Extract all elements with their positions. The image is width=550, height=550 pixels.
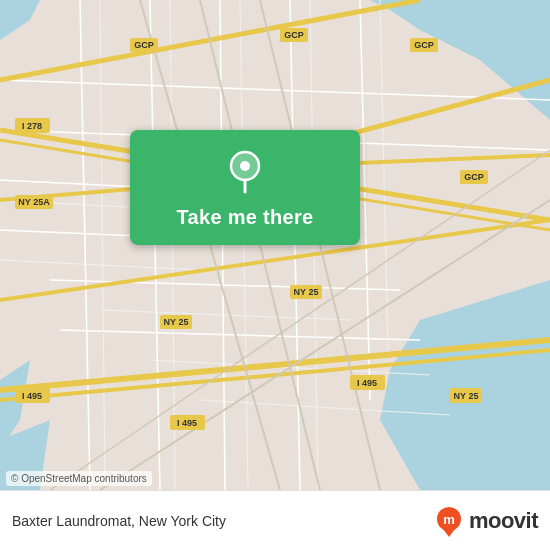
map-container: I 278 GCP GCP GCP GCP NY 25A NY 25A NY 2… [0,0,550,490]
svg-text:GCP: GCP [464,172,484,182]
moovit-logo: m moovit [433,505,538,537]
moovit-brand-text: moovit [469,508,538,534]
action-button-label: Take me there [177,206,314,229]
svg-text:m: m [443,512,455,527]
svg-text:GCP: GCP [134,40,154,50]
svg-text:NY 25: NY 25 [164,317,189,327]
svg-text:I 495: I 495 [357,378,377,388]
location-pin-icon [221,148,269,196]
svg-point-69 [240,161,250,171]
take-me-there-button[interactable]: Take me there [130,130,360,245]
place-title: Baxter Laundromat, New York City [12,513,226,529]
svg-text:I 278: I 278 [22,121,42,131]
bottom-bar: Baxter Laundromat, New York City m moovi… [0,490,550,550]
moovit-icon: m [433,505,465,537]
svg-marker-73 [443,529,455,537]
map-attribution: © OpenStreetMap contributors [6,471,152,486]
svg-text:GCP: GCP [284,30,304,40]
svg-text:I 495: I 495 [177,418,197,428]
svg-text:NY 25A: NY 25A [18,197,50,207]
svg-text:NY 25: NY 25 [294,287,319,297]
svg-text:I 495: I 495 [22,391,42,401]
svg-text:NY 25: NY 25 [454,391,479,401]
svg-text:GCP: GCP [414,40,434,50]
